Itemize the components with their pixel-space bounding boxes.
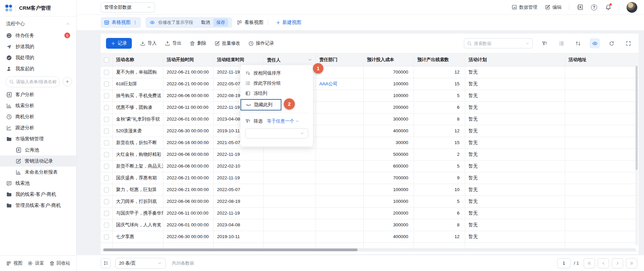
- sidebar-item-todo[interactable]: 待办任务 6: [0, 30, 76, 41]
- filter-button[interactable]: [539, 38, 549, 48]
- row-checkbox[interactable]: [104, 105, 109, 110]
- sort-button[interactable]: [573, 38, 583, 48]
- tab-kanban-view[interactable]: 看板视图: [237, 19, 263, 26]
- table-row: 520浪漫来袭2022-06-30 00:00:002019-10-114000…: [101, 125, 639, 137]
- previous-page-button[interactable]: [598, 258, 609, 268]
- sidebar-item-opportunity-analysis[interactable]: 商机分析: [0, 111, 76, 122]
- row-checkbox[interactable]: [104, 117, 109, 122]
- row-checkbox[interactable]: [104, 234, 109, 239]
- current-page-input[interactable]: 1: [557, 258, 571, 268]
- sidebar-item-marketing[interactable]: 市场营销管理: [0, 133, 76, 144]
- row-checkbox[interactable]: [104, 199, 109, 204]
- last-page-button[interactable]: [626, 258, 637, 268]
- page-size-value: 20 条/页: [119, 260, 136, 266]
- operation-log-button[interactable]: 操作记录: [248, 40, 274, 46]
- menu-group-by-field[interactable]: 按此字段分组: [240, 78, 313, 88]
- row-checkbox[interactable]: [104, 129, 109, 134]
- sidebar-section-process[interactable]: 流程中心: [0, 18, 76, 30]
- chevron-down-icon[interactable]: [525, 41, 530, 46]
- select-all-checkbox[interactable]: [104, 57, 109, 62]
- user-avatar[interactable]: [627, 2, 637, 13]
- cell-cost: 700000: [364, 172, 414, 184]
- recycle-bin-button[interactable]: 回收站: [49, 260, 70, 266]
- address-book-button[interactable]: [577, 4, 583, 11]
- sidebar-item-public-pool[interactable]: 公海池: [0, 144, 76, 155]
- filter-value-select[interactable]: [245, 128, 308, 138]
- chevron-down-icon[interactable]: [308, 57, 312, 62]
- sidebar-item-customer-analysis[interactable]: 客户分析: [0, 89, 76, 100]
- data-search-input[interactable]: [474, 41, 523, 46]
- row-checkbox[interactable]: [104, 164, 109, 169]
- menu-freeze-column[interactable]: 冻结列: [240, 88, 313, 98]
- data-manage-button[interactable]: 数据管理: [512, 4, 537, 10]
- col-address[interactable]: 活动地址: [565, 53, 639, 66]
- settings-button[interactable]: 设置: [28, 260, 44, 266]
- row-checkbox[interactable]: [104, 211, 109, 216]
- new-view-button[interactable]: 新建视图: [276, 19, 301, 26]
- first-page-button[interactable]: [584, 258, 595, 268]
- dept-link[interactable]: AAA公司: [319, 81, 337, 86]
- export-button[interactable]: 导出: [165, 40, 181, 46]
- sidebar-search-input[interactable]: [16, 79, 56, 84]
- edit-button[interactable]: 编辑: [545, 4, 561, 10]
- sidebar-item-lead-pool[interactable]: 线索池: [0, 178, 76, 189]
- menu-filter-row: 筛选 等于任意一个: [240, 116, 313, 124]
- row-checkbox[interactable]: [104, 152, 109, 157]
- row-checkbox[interactable]: [104, 140, 109, 145]
- row-checkbox[interactable]: [104, 176, 109, 181]
- delete-button[interactable]: 删除: [190, 40, 206, 46]
- row-checkbox[interactable]: [104, 93, 109, 98]
- row-checkbox[interactable]: [104, 187, 109, 192]
- col-start-time[interactable]: 活动开始时间: [163, 53, 214, 66]
- data-scope-select[interactable]: 管理全部数据: [101, 2, 155, 12]
- row-height-button[interactable]: [101, 258, 111, 268]
- batch-edit-button[interactable]: 批量修改: [214, 40, 240, 46]
- col-cost[interactable]: 预计投入成本: [364, 53, 414, 66]
- horizontal-scrollbar[interactable]: [103, 248, 636, 252]
- sidebar-item-my-leads[interactable]: 我的线索-客户-商机: [0, 189, 76, 200]
- filter-operator-link[interactable]: 等于任意一个: [267, 118, 299, 124]
- sidebar-item-campaign-records[interactable]: 营销活动记录: [0, 155, 76, 167]
- col-plan[interactable]: 活动计划: [465, 53, 565, 66]
- import-button[interactable]: 导入: [140, 40, 157, 46]
- cell-leads: 6: [414, 102, 465, 113]
- menu-sort-by-value[interactable]: 按相同值排序: [240, 68, 313, 78]
- cancel-button[interactable]: 取消: [201, 19, 210, 26]
- sidebar-item-admin-leads[interactable]: 管理员线索-客户-商机: [0, 200, 76, 211]
- sidebar-item-leads-analysis[interactable]: 线索分析: [0, 100, 76, 111]
- row-checkbox[interactable]: [104, 223, 109, 228]
- next-page-button[interactable]: [612, 258, 623, 268]
- vertical-scrollbar[interactable]: [635, 66, 638, 245]
- col-expected-leads[interactable]: 预计产出线索数: [414, 53, 465, 66]
- col-activity-name[interactable]: 活动名称: [113, 53, 163, 66]
- menu-hide-column[interactable]: 隐藏此列: [241, 100, 277, 110]
- table-toolbar: 记录 导入 导出 删除 批量修改 操作记录: [101, 34, 639, 53]
- sidebar-item-follow-analysis[interactable]: 跟进分析: [0, 122, 76, 133]
- tab-table-view[interactable]: 表格视图: [101, 17, 141, 28]
- add-form-button[interactable]: [63, 77, 72, 86]
- more-dots-icon[interactable]: [133, 20, 138, 25]
- vertical-scrollbar-thumb[interactable]: [636, 66, 638, 170]
- col-department[interactable]: 责任部门: [316, 53, 364, 66]
- row-checkbox[interactable]: [104, 70, 109, 75]
- col-owner[interactable]: 责任人: [264, 53, 316, 66]
- add-record-button[interactable]: 记录: [106, 38, 132, 49]
- sidebar-item-cc[interactable]: 抄送我的: [0, 41, 76, 52]
- fullscreen-button[interactable]: [623, 38, 633, 48]
- show-fields-button[interactable]: [590, 38, 600, 48]
- views-button[interactable]: 视图: [6, 260, 22, 266]
- sidebar-item-handled[interactable]: 我处理的: [0, 52, 76, 63]
- help-button[interactable]: ?: [591, 4, 597, 11]
- sidebar-item-unnamed-report[interactable]: 未命名分析报表: [0, 167, 76, 178]
- page-size-select[interactable]: 20 条/页: [115, 258, 166, 269]
- group-button[interactable]: [556, 38, 566, 48]
- notifications-button[interactable]: [605, 4, 611, 11]
- save-button[interactable]: 保存: [213, 18, 228, 27]
- sidebar-search-box[interactable]: [5, 76, 60, 87]
- horizontal-scrollbar-thumb[interactable]: [103, 249, 358, 251]
- sidebar-item-initiated[interactable]: 我发起的: [0, 63, 76, 74]
- refresh-button[interactable]: [606, 38, 616, 48]
- data-search-box[interactable]: [464, 38, 533, 48]
- row-checkbox[interactable]: [104, 82, 109, 87]
- col-end-time[interactable]: 活动结束时间: [214, 53, 264, 66]
